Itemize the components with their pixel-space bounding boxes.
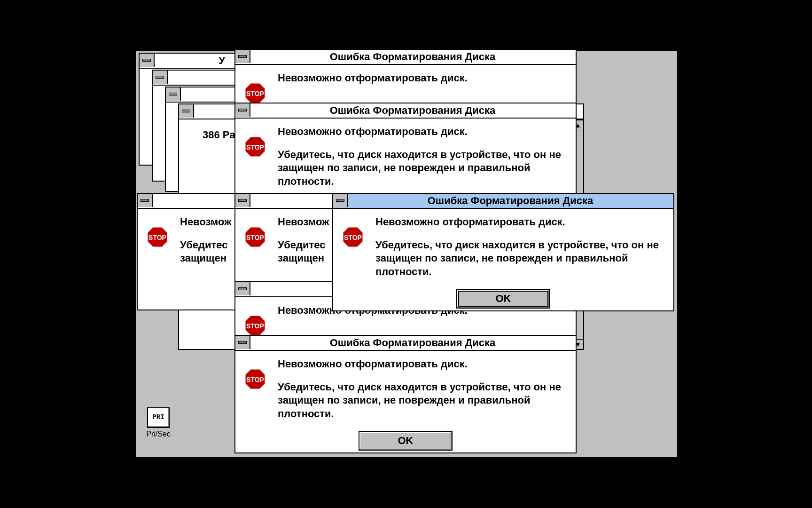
system-menu-icon[interactable] xyxy=(179,104,194,118)
system-menu-icon[interactable] xyxy=(166,87,181,101)
system-menu-icon[interactable] xyxy=(235,194,250,207)
error-dialog-active: Ошибка Форматирования Диска STOP Невозмо… xyxy=(332,193,674,311)
desktop: У 386 Рас ▲ ▼ xyxy=(136,51,677,457)
stop-icon: STOP xyxy=(342,226,364,248)
error-message-line2: Убедитесь, что диск находится в устройст… xyxy=(375,238,665,279)
error-dialog: Ошибка Форматирования Диска STOP Невозмо… xyxy=(234,49,577,111)
titlebar[interactable]: Ошибка Форматирования Диска xyxy=(235,103,576,119)
error-message-line1: Невозможно отформатировать диск. xyxy=(278,71,468,85)
svg-text:STOP: STOP xyxy=(246,322,264,330)
icon-label: Pri/Sec xyxy=(144,430,172,438)
svg-text:STOP: STOP xyxy=(246,234,264,241)
program-icon: PRI xyxy=(147,407,170,428)
error-dialog: Ошибка Форматирования Диска STOP Невозмо… xyxy=(234,103,577,198)
dialog-title: Ошибка Форматирования Диска xyxy=(235,51,576,63)
capture-stage: www.BANDICAM.com У 386 xyxy=(79,51,733,457)
system-menu-icon[interactable] xyxy=(235,282,250,295)
svg-text:STOP: STOP xyxy=(344,234,362,241)
stop-icon: STOP xyxy=(244,226,266,248)
svg-text:STOP: STOP xyxy=(148,234,166,241)
svg-text:STOP: STOP xyxy=(246,143,264,151)
error-message-line1: Невозможно отформатировать диск. xyxy=(375,215,665,229)
stop-icon: STOP xyxy=(146,226,169,248)
titlebar[interactable]: Ошибка Форматирования Диска xyxy=(235,336,576,351)
system-menu-icon[interactable] xyxy=(333,194,348,207)
error-message-partial: Убедитес xyxy=(180,238,232,252)
error-message-line2: Убедитесь, что диск находится в устройст… xyxy=(278,148,567,189)
error-message-partial: защищен xyxy=(180,252,232,265)
stop-icon: STOP xyxy=(244,368,266,390)
error-message-line1: Невозможно отформатировать диск. xyxy=(278,125,567,139)
dialog-title: Ошибка Форматирования Диска xyxy=(235,104,576,117)
system-menu-icon[interactable] xyxy=(138,194,153,207)
dialog-title: Ошибка Форматирования Диска xyxy=(333,195,673,207)
system-menu-icon[interactable] xyxy=(235,336,250,349)
stop-icon: STOP xyxy=(244,82,266,104)
titlebar[interactable]: Ошибка Форматирования Диска xyxy=(235,50,576,65)
svg-text:STOP: STOP xyxy=(246,376,264,383)
stop-icon: STOP xyxy=(244,314,266,337)
error-dialog: Ошибка Форматирования Диска STOP Невозмо… xyxy=(234,335,577,453)
error-message-partial: Невозмож xyxy=(180,215,232,229)
error-message-partial: Невозмож xyxy=(278,215,329,229)
system-menu-icon[interactable] xyxy=(235,50,250,63)
ok-button[interactable]: OK xyxy=(359,431,453,451)
svg-text:STOP: STOP xyxy=(246,90,264,97)
error-message-partial: Убедитес xyxy=(278,238,329,252)
stop-icon: STOP xyxy=(244,135,266,158)
desktop-icon-prisec[interactable]: PRI Pri/Sec xyxy=(144,407,172,438)
error-message-line2: Убедитесь, что диск находится в устройст… xyxy=(278,381,567,421)
error-message-partial: защищен xyxy=(278,252,329,265)
ok-button[interactable]: OK xyxy=(456,289,550,309)
titlebar[interactable]: Ошибка Форматирования Диска xyxy=(333,194,673,209)
system-menu-icon[interactable] xyxy=(153,71,168,84)
dialog-title: Ошибка Форматирования Диска xyxy=(235,337,576,349)
system-menu-icon[interactable] xyxy=(235,103,250,117)
error-message-line1: Невозможно отформатировать диск. xyxy=(278,357,567,371)
system-menu-icon[interactable] xyxy=(140,54,155,67)
